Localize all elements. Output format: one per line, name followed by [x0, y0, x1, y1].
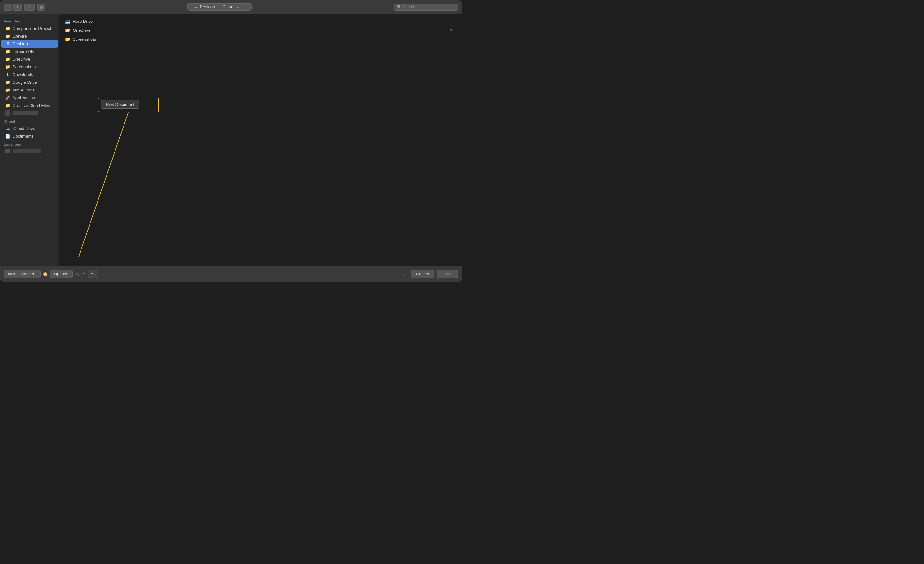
- folder-icon: 📁: [64, 36, 70, 42]
- location-label: Desktop — iCloud: [200, 5, 234, 9]
- downloads-icon: ⬇: [5, 72, 10, 77]
- sidebar-item-creative-cloud[interactable]: 📁 Creative Cloud Files: [1, 101, 58, 109]
- sidebar-item-onedrive[interactable]: 📁 OneDrive: [1, 55, 58, 63]
- cloud-icon: ☁: [194, 5, 198, 9]
- applications-icon: 🚀: [5, 95, 10, 100]
- sidebar: Favorites 📁 Comparisons Project 📁 Lifewi…: [0, 14, 59, 266]
- view-mode-button[interactable]: ⊞⊟: [24, 3, 34, 11]
- sidebar-item-downloads[interactable]: ⬇ Downloads: [1, 71, 58, 78]
- edit-icon: ✎: [450, 28, 453, 32]
- folder-icon: 📁: [5, 57, 10, 62]
- sidebar-item-screenshots[interactable]: 📁 Screenshots: [1, 63, 58, 71]
- folder-icon: 📁: [5, 33, 10, 39]
- view-columns-icon: ⊞⊟: [27, 5, 32, 9]
- sidebar-item-comparisons-project[interactable]: 📁 Comparisons Project: [1, 24, 58, 32]
- type-bar: Type: All: [75, 270, 408, 278]
- blurred-icon: [5, 110, 10, 116]
- location-dropdown[interactable]: ☁ Desktop — iCloud ⌄: [188, 3, 252, 11]
- sidebar-item-label: Comparisons Project: [12, 26, 51, 31]
- sidebar-item-google-drive[interactable]: 📁 Google Drive: [1, 78, 58, 86]
- save-dialog: ‹ › ⊞⊟ ▦ ☁ Desktop — iCloud ⌄ 🔍 F: [0, 0, 462, 282]
- sidebar-item-label: Google Drive: [12, 80, 37, 85]
- sidebar-item-label: Creative Cloud Files: [12, 103, 50, 108]
- file-list: 💻 Hard Drive › 📁 OneDrive ✎ › 📁 Screensh…: [59, 14, 462, 46]
- file-item-label: OneDrive: [73, 28, 90, 33]
- bottom-left: New Document Options: [4, 270, 72, 278]
- forward-button[interactable]: ›: [14, 3, 22, 11]
- file-item-label: Screenshots: [73, 37, 96, 42]
- sidebar-item-label: Applications: [12, 95, 35, 100]
- sidebar-item-label: Desktop: [12, 41, 28, 46]
- folder-icon: 📁: [5, 64, 10, 69]
- blurred-text: [12, 111, 38, 115]
- open-button[interactable]: Open: [437, 270, 458, 278]
- options-button[interactable]: Options: [50, 270, 72, 278]
- sidebar-item-label: iCloud Drive: [12, 126, 35, 131]
- type-select[interactable]: All: [88, 270, 98, 278]
- folder-icon: 📁: [64, 27, 70, 33]
- svg-line-0: [79, 112, 128, 257]
- yellow-dot-indicator: [44, 272, 47, 276]
- document-icon: 📄: [5, 134, 10, 139]
- location-blurred-text: [12, 149, 41, 153]
- hard-drive-icon: 💻: [64, 18, 70, 24]
- folder-icon: 📁: [5, 80, 10, 85]
- sidebar-item-movie-tools[interactable]: 📁 Movie Tools: [1, 86, 58, 94]
- back-button[interactable]: ‹: [4, 3, 12, 11]
- annotation-label: New Document: [101, 100, 139, 109]
- sidebar-item-label: OneDrive: [12, 57, 30, 62]
- sidebar-item-label: Documents: [12, 134, 34, 139]
- file-item-onedrive[interactable]: 📁 OneDrive ✎ ›: [59, 26, 462, 35]
- file-item-hard-drive[interactable]: 💻 Hard Drive ›: [59, 17, 462, 26]
- type-label: Type:: [75, 272, 86, 277]
- file-area: 💻 Hard Drive › 📁 OneDrive ✎ › 📁 Screensh…: [59, 14, 462, 266]
- toolbar: ‹ › ⊞⊟ ▦ ☁ Desktop — iCloud ⌄ 🔍: [0, 0, 462, 14]
- favorites-header: Favorites: [0, 17, 59, 24]
- type-select-wrapper: All: [88, 270, 408, 278]
- chevron-right-icon: ›: [457, 37, 458, 41]
- sidebar-item-label: Lifewire: [12, 34, 27, 39]
- icloud-header: iCloud: [0, 117, 59, 125]
- location-bar: ☁ Desktop — iCloud ⌄: [48, 3, 392, 11]
- chevron-down-icon: ⌄: [237, 5, 240, 9]
- sidebar-item-documents[interactable]: 📄 Documents: [1, 132, 58, 140]
- bottom-bar: New Document Options Type: All Cancel Op…: [0, 266, 462, 282]
- bottom-right: Cancel Open: [411, 270, 458, 278]
- cancel-button[interactable]: Cancel: [411, 270, 434, 278]
- chevron-right-icon: ›: [457, 19, 458, 23]
- chevron-right-icon: ›: [457, 28, 458, 32]
- search-input[interactable]: [403, 5, 455, 9]
- search-icon: 🔍: [397, 5, 402, 9]
- locations-header: Locations: [0, 140, 59, 148]
- annotation-overlay: New Document: [59, 14, 462, 266]
- desktop-icon: 🖥: [5, 41, 10, 46]
- file-item-screenshots[interactable]: 📁 Screenshots ›: [59, 35, 462, 44]
- folder-icon: 📁: [5, 103, 10, 108]
- sidebar-item-label: Movie Tools: [12, 88, 34, 92]
- folder-icon: 📁: [5, 49, 10, 54]
- sidebar-item-lifewire[interactable]: 📁 Lifewire: [1, 32, 58, 40]
- sidebar-item-applications[interactable]: 🚀 Applications: [1, 94, 58, 101]
- location-blurred-icon: [5, 149, 10, 153]
- sidebar-item-desktop[interactable]: 🖥 Desktop: [1, 40, 58, 48]
- sidebar-item-label: Downloads: [12, 72, 33, 77]
- icloud-icon: ☁: [5, 126, 10, 131]
- sidebar-item-label: Lifewire DB: [12, 49, 34, 54]
- new-document-button[interactable]: New Document: [4, 270, 41, 278]
- annotation-line: [59, 14, 462, 266]
- locations-item-blurred: [1, 148, 58, 154]
- search-bar[interactable]: 🔍: [394, 3, 458, 11]
- nav-buttons: ‹ ›: [4, 3, 22, 11]
- folder-icon: 📁: [5, 87, 10, 92]
- folder-icon: 📁: [5, 26, 10, 31]
- file-item-label: Hard Drive: [73, 19, 93, 24]
- annotation-box: [98, 98, 159, 112]
- list-view-button[interactable]: ▦: [37, 3, 45, 11]
- sidebar-item-lifewire-db[interactable]: 📁 Lifewire DB: [1, 48, 58, 55]
- sidebar-item-blurred: [1, 109, 58, 117]
- list-icon: ▦: [39, 5, 43, 9]
- sidebar-item-label: Screenshots: [12, 65, 36, 69]
- sidebar-item-icloud-drive[interactable]: ☁ iCloud Drive: [1, 125, 58, 132]
- content-area: Favorites 📁 Comparisons Project 📁 Lifewi…: [0, 14, 462, 266]
